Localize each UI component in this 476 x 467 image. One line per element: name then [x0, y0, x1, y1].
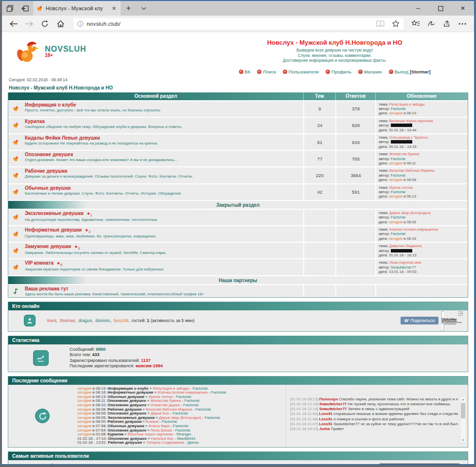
breadcrumb[interactable]: Новслух - Мужской клуб Н.Новгорода и НО: [9, 85, 468, 90]
tab-preview-button[interactable]: [2, 1, 18, 16]
recent-topic-link[interactable]: Татарка Содержанка: [146, 441, 184, 445]
last-topic-link[interactable]: Репутация и звёзды: [389, 102, 424, 107]
recent-topic-link[interactable]: Дарья Кос: [150, 412, 169, 415]
last-topic-link[interactable]: Дарья звар (Богородск): [389, 211, 431, 215]
last-author-link[interactable]: Factorial: [391, 215, 405, 219]
header-nav-link[interactable]: Поиск: [257, 69, 275, 74]
recent-author-link[interactable]: Factorial.: [176, 395, 192, 399]
forum-link[interactable]: Информация о клубе: [25, 102, 76, 108]
recent-topic-link[interactable]: Алиса Кири: [148, 424, 169, 428]
recent-author-link[interactable]: Stranger.: [176, 432, 192, 436]
more-options-button[interactable]: [455, 17, 470, 31]
recent-topic-link[interactable]: Очкастая дырка: [150, 403, 180, 407]
last-topic-link[interactable]: Аленка полная извращенка: [389, 227, 438, 232]
recent-author-link[interactable]: Динок.: [187, 441, 199, 445]
forum-link[interactable]: Кидалы Фейки Левые девушки: [25, 135, 100, 141]
vk-share-button[interactable]: WПоделиться: [401, 317, 439, 324]
recent-topic-link[interactable]: Репутация и звёзды: [153, 387, 189, 391]
recent-author-link[interactable]: Factorial.: [193, 387, 209, 391]
forum-link[interactable]: VIP комната: [25, 260, 54, 266]
recent-topic-link[interactable]: Ксюша: [146, 420, 159, 424]
online-user-link[interactable]: fara199: [113, 318, 128, 323]
online-user-link[interactable]: Kent: [47, 318, 56, 323]
forum-link[interactable]: Неформатные девушки: [25, 227, 82, 233]
home-button[interactable]: [53, 17, 68, 31]
set-tabs-aside-button[interactable]: [18, 1, 33, 16]
last-topic-link[interactable]: Веселые порно картинки: [389, 119, 433, 123]
scroll-up-icon[interactable]: ▲: [462, 397, 465, 402]
last-topic-link[interactable]: Жопастая брюни: [389, 152, 419, 156]
tab-list-dropdown[interactable]: [136, 1, 151, 16]
recent-author-link[interactable]: Factorial.: [183, 403, 200, 407]
minimize-button[interactable]: ─: [407, 1, 429, 16]
forum-link[interactable]: Эксклюзивные девушки: [25, 211, 84, 216]
header-nav-link[interactable]: ВК: [239, 69, 251, 74]
recent-author-link[interactable]: Factorial.: [175, 429, 191, 432]
ad-close-icon[interactable]: x: [454, 465, 458, 465]
new-tab-button[interactable]: +: [121, 1, 136, 16]
address-bar[interactable]: i novsluh.club/: [73, 18, 404, 30]
forum-link[interactable]: Курилка: [25, 119, 45, 124]
maximize-button[interactable]: [429, 1, 452, 16]
last-author-link[interactable]: Factorial: [391, 232, 405, 236]
ad-info-icon[interactable]: i: [448, 465, 453, 465]
forum-link[interactable]: Рабочие девушки: [25, 168, 67, 174]
site-info-icon[interactable]: i: [77, 21, 83, 27]
ad-banner[interactable]: i x Подарок за открытие счета Откройте с…: [379, 463, 460, 465]
last-topic-link[interactable]: Веселая бабочка Марина: [389, 168, 434, 173]
last-author-link[interactable]: Factorial: [391, 173, 405, 178]
site-logo[interactable]: NOVSLUH 18+: [8, 36, 201, 64]
annotate-pen-button[interactable]: [423, 17, 439, 31]
recent-topic-link[interactable]: Веселая бабочка Марина: [146, 408, 192, 412]
last-author-link[interactable]: Factorial: [391, 107, 405, 111]
last-topic-link[interactable]: Давалка Людмила: [389, 244, 422, 248]
last-author-link[interactable]: Factorial: [391, 190, 405, 194]
recent-author-link[interactable]: Factorial.: [173, 424, 189, 428]
recent-topic-link[interactable]: Веселые порно картинки: [128, 432, 173, 436]
refresh-button[interactable]: [37, 17, 53, 31]
recent-author-link[interactable]: Factorial.: [184, 399, 201, 403]
last-author-link[interactable]: Factorial: [391, 157, 405, 161]
recent-topic-link[interactable]: Ирина глотка: [148, 395, 172, 399]
recent-topic-link[interactable]: Лена Шиша: [150, 429, 171, 432]
recent-author-link[interactable]: Factorial.: [162, 420, 178, 424]
online-user-link[interactable]: dsinisin: [95, 318, 110, 323]
online-user-link[interactable]: dragun: [78, 318, 92, 323]
share-button[interactable]: [439, 17, 455, 31]
reading-view-icon[interactable]: [376, 20, 384, 27]
add-favorite-star-icon[interactable]: [392, 20, 400, 27]
scroll-thumb[interactable]: [461, 403, 465, 418]
recent-author-link[interactable]: Factorial.: [196, 408, 212, 412]
forum-link[interactable]: Замужние девушки: [25, 244, 71, 249]
back-button[interactable]: [6, 17, 21, 31]
recent-topic-link[interactable]: Наталья Кис: [151, 437, 174, 441]
last-topic-link[interactable]: Ирина глотка: [389, 185, 413, 190]
recent-author-link[interactable]: Factorial.: [211, 391, 227, 395]
header-nav-link[interactable]: Выход[Stormer]: [389, 69, 431, 74]
favorites-hub-button[interactable]: [408, 17, 423, 31]
last-topic-link[interactable]: Оля развод с "Братон..: [389, 135, 430, 140]
forum-link[interactable]: Опознание девушек: [25, 152, 73, 157]
last-topic-link[interactable]: Лиза подлиза шик: [389, 260, 421, 265]
forward-button[interactable]: [21, 17, 37, 31]
recent-author-link[interactable]: Factorial.: [173, 412, 189, 415]
recent-topic-link[interactable]: Дарья звар (Богородск): [159, 416, 201, 420]
shoutbox-scrollbar[interactable]: ▲ ▼: [460, 396, 466, 443]
hub-star-list-icon: [411, 20, 420, 27]
last-author-link[interactable]: Swaufatcher77: [391, 265, 416, 269]
close-window-button[interactable]: ✕: [452, 1, 474, 16]
scroll-down-icon[interactable]: ▼: [462, 438, 465, 443]
recent-author-link[interactable]: Max88444.: [177, 437, 197, 441]
forum-link[interactable]: Обычные девушки: [25, 185, 71, 191]
red-bullet-icon: [326, 70, 330, 74]
recent-topic-link[interactable]: Аленка полная извращенка: [158, 391, 208, 395]
browser-tab[interactable]: Новслух - Мужской клу ✕: [33, 1, 121, 16]
header-nav-link[interactable]: Профиль: [326, 69, 351, 74]
partner-link[interactable]: Ваша реклама тут: [25, 286, 69, 291]
online-user-link[interactable]: Stormer: [60, 318, 75, 323]
close-tab-icon[interactable]: ✕: [111, 5, 117, 12]
header-nav-link[interactable]: Пользователи: [283, 69, 319, 74]
recent-topic-link[interactable]: Жопастая брюни: [150, 399, 181, 403]
recent-author-link[interactable]: Factorial.: [205, 416, 221, 420]
header-nav-link[interactable]: Магазин: [358, 69, 382, 74]
